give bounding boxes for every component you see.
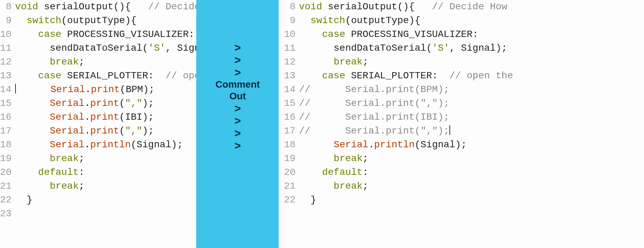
string-token: "," (125, 126, 142, 136)
comment-out-label-2: Out (229, 90, 246, 102)
code-line[interactable]: void serialOutput(){ // Decide How (299, 0, 644, 14)
code-line[interactable]: break; (15, 55, 196, 69)
code-line[interactable]: Serial.print(","); (15, 97, 196, 110)
code-line[interactable]: // Serial.print(BPM); (299, 83, 644, 97)
code-line[interactable]: sendDataToSerial('S', Signal); (299, 41, 644, 55)
code-token: ); (142, 98, 154, 109)
arrow-right-icon: > (235, 115, 241, 127)
kw-token: case (322, 70, 345, 81)
code-line[interactable]: // Serial.print(","); (299, 97, 644, 110)
comment-token: // Decide How (148, 1, 196, 12)
kw-token: break (50, 153, 79, 164)
kw-token: break (50, 57, 79, 67)
commented-out-line: // Serial.print(IBI); (299, 112, 449, 122)
code-line[interactable]: } (15, 193, 196, 207)
code-token: . (84, 126, 90, 136)
code-token (15, 139, 50, 150)
arrow-right-icon: > (235, 54, 241, 66)
comment-token: // Decide How (432, 1, 513, 12)
string-token: 'S' (432, 43, 449, 53)
code-line[interactable]: switch(outputType){ (299, 14, 644, 28)
code-token (299, 139, 334, 150)
code-line[interactable]: break; (299, 55, 644, 69)
code-token (15, 29, 38, 40)
arrow-right-icon: > (235, 139, 241, 152)
code-token: ; (363, 181, 368, 191)
code-line[interactable]: case SERIAL_PLOTTER: // open th (15, 69, 196, 83)
code-token: . (368, 139, 374, 150)
comment-out-label-1: Comment (215, 79, 260, 90)
code-token: serialOutput (44, 1, 114, 12)
member-token: Serial (334, 139, 368, 150)
code-token (15, 112, 50, 122)
code-line[interactable]: Serial.println(Signal); (15, 138, 196, 152)
code-line[interactable]: case SERIAL_PLOTTER: // open the (299, 69, 644, 83)
commented-out-line: // Serial.print(","); (299, 126, 449, 136)
kw-token: break (334, 57, 363, 67)
method-token: println (90, 139, 131, 150)
line-number-gutter-right: 8 9 10 11 12 13 14 15 16 17 18 19 20 21 … (279, 0, 299, 248)
code-token: serialOutput (328, 1, 397, 12)
code-line[interactable]: break; (299, 179, 644, 193)
code-line[interactable] (15, 207, 196, 221)
code-token: . (85, 84, 91, 95)
code-token: : (79, 167, 84, 178)
code-line[interactable]: Serial.println(Signal); (299, 138, 644, 152)
code-token (299, 29, 322, 40)
code-token: (BPM); (120, 84, 155, 95)
method-token: print (91, 84, 120, 95)
code-token: ; (79, 153, 84, 164)
code-token (15, 70, 38, 81)
code-token: ; (79, 181, 84, 191)
code-line[interactable]: } (299, 193, 644, 207)
code-line[interactable]: break; (299, 152, 644, 166)
code-token (15, 98, 50, 109)
code-token: SERIAL_PLOTTER: (61, 70, 165, 81)
code-token (15, 15, 27, 26)
code-token (38, 1, 44, 12)
code-token: SERIAL_PLOTTER: (345, 70, 449, 81)
code-editor-left[interactable]: void serialOutput(){ // Decide How switc… (15, 0, 196, 248)
code-line[interactable]: // Serial.print(","); (299, 124, 644, 138)
kw-token: break (334, 181, 363, 191)
code-token: ( (119, 126, 125, 136)
code-token: (Signal); (131, 139, 183, 150)
code-line[interactable]: sendDataToSerial('S', Signal); (15, 41, 196, 55)
code-line[interactable]: Serial.print(BPM); (15, 83, 196, 97)
code-token: (outputType){ (61, 15, 136, 26)
code-token: : (363, 167, 368, 178)
kw-token: default (38, 167, 79, 178)
code-token: . (84, 112, 90, 122)
code-token (299, 57, 334, 67)
code-pane-before[interactable]: 8 9 10 11 12 13 14 15 16 17 18 19 20 21 … (0, 0, 196, 248)
code-token: (){ (397, 1, 432, 12)
code-line[interactable]: default: (15, 166, 196, 179)
code-line[interactable]: Serial.print(","); (15, 124, 196, 138)
code-line[interactable]: break; (15, 152, 196, 166)
code-token (15, 153, 50, 164)
diff-view-row: 8 9 10 11 12 13 14 15 16 17 18 19 20 21 … (0, 0, 644, 248)
method-token: println (374, 139, 415, 150)
arrow-right-icon: > (235, 102, 241, 115)
code-token: ; (363, 57, 368, 67)
member-token: Serial (50, 139, 84, 150)
code-line[interactable]: case PROCESSING_VISUALIZER: (15, 28, 196, 41)
code-pane-after[interactable]: 8 9 10 11 12 13 14 15 16 17 18 19 20 21 … (279, 0, 644, 248)
line-number-gutter-left: 8 9 10 11 12 13 14 15 16 17 18 19 20 21 … (0, 0, 15, 248)
arrow-right-icon: > (235, 66, 241, 79)
code-line[interactable]: case PROCESSING_VISUALIZER: (299, 28, 644, 41)
code-line[interactable]: break; (15, 179, 196, 193)
code-line[interactable]: switch(outputType){ (15, 14, 196, 28)
transformation-arrow-panel: >>> Comment Out >>>> (196, 0, 279, 248)
code-line[interactable]: Serial.print(IBI); (15, 110, 196, 124)
code-line[interactable]: // Serial.print(IBI); (299, 110, 644, 124)
code-editor-right[interactable]: void serialOutput(){ // Decide How switc… (299, 0, 644, 248)
kw-token: void (15, 1, 38, 12)
code-line[interactable]: void serialOutput(){ // Decide How (15, 0, 196, 14)
arrow-right-icon: > (235, 41, 241, 54)
code-line[interactable]: default: (299, 166, 644, 179)
kw-token: break (50, 181, 79, 191)
code-token (15, 167, 38, 178)
kw-token: switch (311, 15, 345, 26)
kw-token: default (322, 167, 363, 178)
